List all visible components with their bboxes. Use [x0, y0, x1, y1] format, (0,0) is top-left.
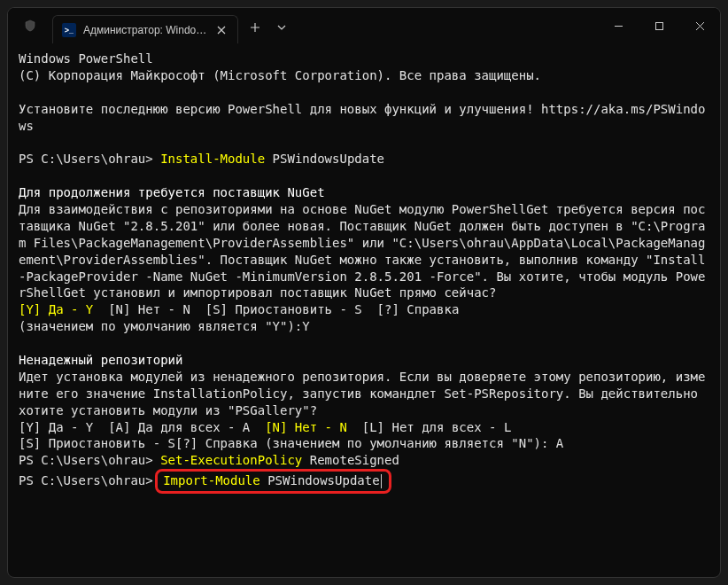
shield-icon — [8, 8, 52, 43]
tab-title: Администратор: Windows Po — [83, 24, 207, 36]
terminal-content[interactable]: Windows PowerShell (C) Корпорация Майкро… — [8, 43, 720, 577]
repo-options-1: [Y] Да - Y [A] Да для всех - A [N] Нет -… — [19, 419, 709, 436]
command-line-1: PS C:\Users\ohrau> Install-Module PSWind… — [19, 151, 709, 168]
window-controls — [598, 8, 720, 43]
maximize-button[interactable] — [639, 8, 679, 43]
copyright-line: (C) Корпорация Майкрософт (Microsoft Cor… — [19, 67, 709, 84]
svg-rect-0 — [655, 22, 662, 29]
header-line: Windows PowerShell — [19, 51, 709, 67]
repo-options-2: [S] Приостановить - S[?] Справка (значен… — [19, 435, 709, 452]
command-line-2: PS C:\Users\ohrau> Set-ExecutionPolicy R… — [19, 452, 709, 469]
powershell-icon: >_ — [62, 23, 76, 37]
titlebar: >_ Администратор: Windows Po — [8, 8, 720, 43]
close-tab-button[interactable] — [214, 23, 228, 37]
new-tab-button[interactable] — [242, 14, 268, 41]
tab-dropdown-button[interactable] — [268, 14, 295, 41]
terminal-window: >_ Администратор: Windows Po Windows Pow… — [7, 7, 721, 578]
active-tab[interactable]: >_ Администратор: Windows Po — [52, 15, 238, 43]
nuget-default: (значением по умолчанию является "Y"):Y — [19, 318, 709, 335]
command-line-3: PS C:\Users\ohrau> Import-Module PSWindo… — [19, 469, 709, 494]
nuget-body: Для взаимодействия с репозиториями на ос… — [19, 201, 709, 301]
nuget-title: Для продолжения требуется поставщик NuGe… — [19, 184, 709, 201]
minimize-button[interactable] — [598, 8, 639, 43]
repo-body: Идет установка модулей из ненадежного ре… — [19, 369, 709, 419]
repo-title: Ненадежный репозиторий — [19, 352, 709, 369]
close-button[interactable] — [679, 8, 720, 43]
install-note: Установите последнюю версию PowerShell д… — [19, 101, 709, 135]
highlight-annotation: Import-Module PSWindowsUpdate — [155, 469, 391, 494]
cursor — [381, 474, 382, 488]
nuget-options: [Y] Да - Y [N] Нет - N [S] Приостановить… — [19, 301, 709, 318]
